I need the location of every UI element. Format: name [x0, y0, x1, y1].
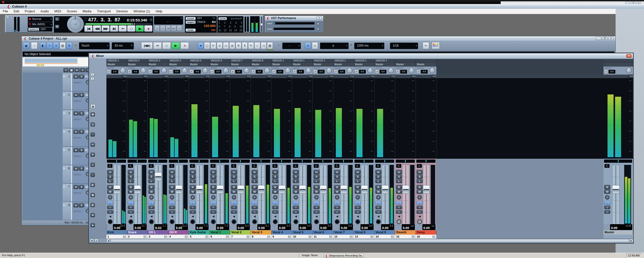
- channel-l-button[interactable]: L: [334, 179, 340, 183]
- channel-output-routing[interactable]: Master: [168, 63, 189, 67]
- record-mode-dropdown[interactable]: Normal▾: [28, 17, 53, 22]
- channel-name-tag[interactable]: Kick: [106, 230, 127, 235]
- channel-input-routing[interactable]: VM3100 1: [333, 59, 354, 63]
- open-mixer-toggle[interactable]: ⇅: [66, 42, 72, 49]
- arranger-dropdown[interactable]: ▾▿: [154, 16, 183, 25]
- common-panel-button-11[interactable]: ⊞: [91, 213, 95, 217]
- input-gain-knob[interactable]: [388, 68, 394, 73]
- phase-button[interactable]: Ø: [148, 70, 152, 73]
- fader-track[interactable]: [299, 165, 306, 224]
- common-panel-button-1[interactable]: ▤: [91, 112, 95, 116]
- menu-item-devices[interactable]: Devices: [114, 9, 131, 14]
- channel-w-button[interactable]: W: [190, 189, 196, 194]
- sends-bypass-button[interactable]: ▭: [604, 210, 610, 214]
- channel-output-routing[interactable]: Master: [251, 63, 271, 67]
- channel-l-button[interactable]: L: [375, 179, 381, 183]
- marker-number-button[interactable]: 12: [224, 29, 226, 32]
- track-mute-button[interactable]: m: [73, 185, 78, 189]
- channel-input-routing[interactable]: VM3100 6: [210, 59, 230, 63]
- phase-button[interactable]: Ø: [396, 70, 399, 73]
- minimize-button[interactable]: _: [596, 37, 601, 40]
- input-gain-value[interactable]: 0.0: [421, 70, 428, 74]
- eq-bypass-button[interactable]: ◇: [107, 206, 113, 209]
- marker-number-button[interactable]: 2: [224, 21, 226, 25]
- menu-item-transport[interactable]: Transport: [94, 9, 113, 14]
- channel-m-button[interactable]: m: [107, 170, 113, 174]
- channel-w-button[interactable]: W: [417, 189, 423, 194]
- input-gain-knob[interactable]: [264, 68, 270, 73]
- channel-output-routing[interactable]: Master: [395, 63, 416, 67]
- open-pool-toggle[interactable]: ▤: [60, 42, 66, 49]
- channel-edit-button[interactable]: e: [273, 195, 277, 200]
- range-selection-tool[interactable]: ▢: [204, 42, 210, 49]
- marker-number-button[interactable]: 3: [230, 21, 231, 25]
- mixer-bottom-left-buttons[interactable]: ▦: [90, 239, 94, 242]
- common-panel-button-7[interactable]: ≡: [91, 173, 95, 177]
- fader-track[interactable]: [196, 165, 203, 224]
- scroll-right-button[interactable]: ∧: [91, 77, 94, 80]
- glue-tool[interactable]: ∪: [217, 42, 223, 49]
- sends-bypass-button[interactable]: ▭: [190, 210, 196, 214]
- pan-control[interactable]: [251, 159, 270, 163]
- nudge-down-button[interactable]: ∨: [160, 25, 165, 31]
- menu-item-file[interactable]: File: [0, 9, 11, 14]
- channel-s-button[interactable]: S: [355, 174, 361, 179]
- track-expand-arrow-icon[interactable]: ▶: [63, 112, 65, 114]
- record-enable-button[interactable]: [128, 219, 133, 224]
- channel-w-button[interactable]: W: [355, 189, 361, 194]
- channel-edit-button[interactable]: e: [376, 195, 381, 200]
- channel-w-button[interactable]: W: [210, 189, 216, 194]
- channel-w-button[interactable]: W: [231, 189, 237, 194]
- channel-l-button[interactable]: L: [396, 179, 402, 183]
- fader-track[interactable]: [175, 165, 182, 224]
- inserts-bypass-button[interactable]: ▪: [272, 201, 278, 205]
- toolbar-record-button[interactable]: ●: [180, 42, 189, 49]
- toolbar-cycle-button[interactable]: ↩: [153, 42, 162, 49]
- track-expand-arrow-icon[interactable]: ▶: [63, 130, 65, 133]
- channel-grid-icon[interactable]: [185, 236, 188, 238]
- quantize-dropdown[interactable]: 1/16▾: [390, 43, 418, 49]
- channel-grid-icon[interactable]: [247, 236, 250, 238]
- marker-number-button[interactable]: 11: [219, 29, 221, 32]
- input-gain-knob[interactable]: [306, 68, 311, 73]
- channel-input-routing[interactable]: VM3100 1: [313, 59, 333, 63]
- input-gain-value[interactable]: 0.0: [111, 70, 118, 74]
- inserts-bypass-button[interactable]: ▪: [128, 201, 134, 205]
- monitor-button[interactable]: ◀: [335, 215, 339, 218]
- draw-tool[interactable]: ✎: [248, 42, 254, 49]
- eq-bypass-button[interactable]: ◇: [396, 206, 402, 209]
- fader-track[interactable]: [320, 165, 327, 224]
- channel-s-button[interactable]: S: [313, 174, 319, 179]
- track-header-button[interactable]: m: [74, 68, 79, 72]
- maximize-button[interactable]: ❐: [602, 37, 608, 40]
- record-enable-button[interactable]: [108, 219, 113, 224]
- sends-bypass-button[interactable]: ▭: [417, 210, 423, 214]
- input-gain-value[interactable]: 0.0: [256, 70, 263, 74]
- track-solo-button[interactable]: S: [79, 148, 84, 152]
- track-mute-button[interactable]: m: [73, 93, 78, 97]
- pan-control[interactable]: [128, 159, 147, 163]
- pan-control[interactable]: [396, 159, 415, 163]
- channel-m-button[interactable]: m: [148, 170, 154, 174]
- inserts-bypass-button[interactable]: ▪: [334, 201, 340, 205]
- fader-handle[interactable]: [237, 185, 244, 194]
- fader-handle[interactable]: [155, 172, 162, 181]
- input-gain-value[interactable]: 0.0: [380, 70, 386, 74]
- phase-button[interactable]: Ø: [417, 70, 420, 73]
- channel-grid-icon[interactable]: [164, 236, 167, 238]
- monitor-button[interactable]: ◀: [170, 215, 174, 218]
- channel-m-button[interactable]: m: [190, 170, 196, 174]
- channel-s-button[interactable]: S: [375, 174, 381, 179]
- record-enable-button[interactable]: [293, 219, 298, 224]
- record-enable-button[interactable]: [231, 219, 236, 224]
- fader-track[interactable]: [134, 165, 141, 224]
- channel-name-tag[interactable]: Vocal 2: [230, 230, 251, 235]
- input-gain-value[interactable]: 0.0: [153, 70, 159, 74]
- input-gain-value[interactable]: 0.0: [215, 70, 221, 74]
- menu-item-midi[interactable]: MIDI: [52, 9, 64, 14]
- track-solo-button[interactable]: S: [79, 75, 84, 79]
- sends-bypass-button[interactable]: ▭: [107, 210, 113, 214]
- channel-w-button[interactable]: W: [252, 189, 258, 194]
- channel-r-button[interactable]: R: [604, 185, 610, 189]
- channel-name-tag[interactable]: Vocal 5: [292, 230, 313, 235]
